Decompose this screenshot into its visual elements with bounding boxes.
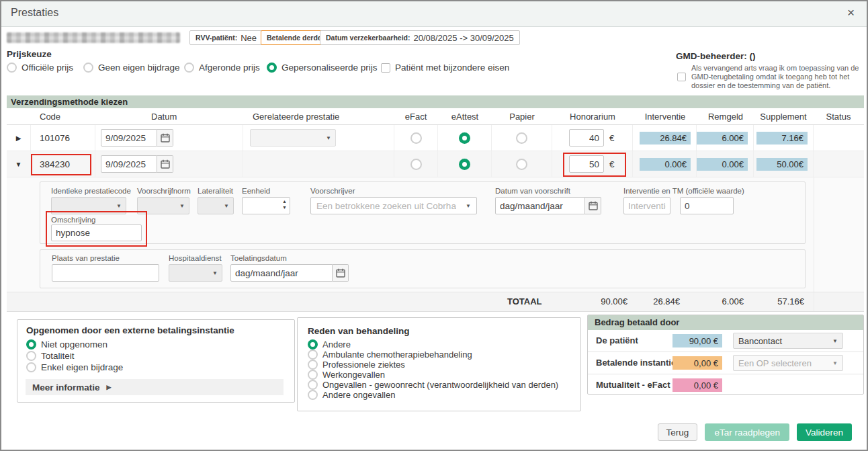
supplement-value: 50.00€: [756, 158, 808, 171]
col-papier: Papier: [509, 112, 535, 122]
reden-title: Reden van behandeling: [308, 326, 410, 336]
externe-betaling-panel: Opgenomen door een externe betalingsinst…: [17, 319, 295, 403]
remgeld-value: 0.00€: [697, 158, 748, 171]
gmd-title: GMD-beheerder: (): [676, 51, 756, 61]
radio-icon: [308, 360, 318, 370]
code-cell: 384230: [31, 151, 95, 177]
payment-method-select[interactable]: Bancontact ▼: [733, 333, 843, 349]
terug-button[interactable]: Terug: [658, 423, 698, 441]
date-input[interactable]: [101, 129, 157, 147]
code-cell: 101076: [31, 125, 95, 151]
hospitaaldienst-select[interactable]: ▼: [169, 264, 222, 282]
collapse-row-icon[interactable]: ▼: [7, 151, 31, 177]
tm-input[interactable]: [680, 197, 734, 214]
checkbox-bijzondere-eisen[interactable]: Patiënt met bijzondere eisen: [381, 63, 509, 73]
lateraliteit-label: Lateraliteit: [198, 187, 233, 195]
efact-radio[interactable]: [410, 132, 422, 144]
col-remgeld: Remgeld: [708, 112, 743, 122]
totaal-supplement: 57.16€: [777, 296, 804, 306]
radio-werkongevallen[interactable]: Werkongevallen: [308, 370, 385, 380]
etar-raadplegen-button[interactable]: eTar raadplegen: [705, 423, 789, 441]
totaal-row: TOTAAL 90.00€ 26.84€ 6.00€ 57.16€: [7, 292, 864, 312]
radio-icon: [7, 63, 17, 73]
radio-professionele-ziektes[interactable]: Professionele ziektes: [308, 360, 405, 370]
date-input[interactable]: [101, 155, 157, 173]
dialog-header: Prestaties ×: [1, 1, 867, 27]
omschrijving-input[interactable]: [51, 224, 142, 241]
mutualiteit-amount: 0,00 €: [672, 378, 722, 392]
radio-enkel-eigen-bijdrage[interactable]: Enkel eigen bijdrage: [26, 362, 123, 372]
bedrag-row-betalende-instantie: Betalende instantie 0,00 € Een OP select…: [588, 352, 863, 374]
table-row: ▶ 101076 ▼ € 26.: [7, 125, 864, 151]
totaal-label: TOTAAL: [507, 296, 542, 306]
radio-icon: [26, 351, 36, 361]
meer-informatie-toggle[interactable]: Meer informatie ▶: [26, 379, 284, 395]
table-section-title: Verzendingsmethode kiezen: [7, 95, 864, 108]
radio-andere[interactable]: Andere: [308, 339, 351, 350]
calendar-icon[interactable]: [157, 129, 173, 147]
chevron-down-icon: ▼: [832, 338, 838, 344]
calendar-icon[interactable]: [157, 155, 173, 173]
radio-afgeronde-prijs[interactable]: Afgeronde prijs: [184, 63, 260, 73]
col-status: Status: [826, 112, 851, 122]
expand-row-icon[interactable]: ▶: [7, 125, 31, 151]
gmd-checkbox[interactable]: [677, 73, 686, 81]
eattest-radio[interactable]: [459, 132, 470, 144]
radio-officiele-prijs[interactable]: Officiële prijs: [7, 63, 73, 73]
toelatingsdatum-input[interactable]: [230, 264, 333, 282]
identieke-prestatiecode-select[interactable]: ▼: [51, 197, 126, 214]
radio-icon: [83, 63, 93, 73]
radio-icon: [308, 370, 318, 380]
voorschrijfnorm-select[interactable]: ▼: [137, 197, 189, 214]
radio-ambulante-chemo[interactable]: Ambulante chemotherapiebehandeling: [308, 350, 472, 360]
radio-icon: [184, 63, 194, 73]
eattest-radio[interactable]: [459, 159, 470, 170]
calendar-icon[interactable]: [333, 264, 349, 282]
plaats-van-prestatie-label: Plaats van prestatie: [52, 254, 120, 262]
totaal-interventie: 26.84€: [653, 296, 680, 306]
expand-arrow-icon: ▶: [107, 384, 112, 391]
col-code: Code: [40, 112, 60, 122]
plaats-van-prestatie-input[interactable]: [52, 264, 159, 282]
detail-panel-2: Plaats van prestatie Hospitaaldienst ▼ T…: [40, 249, 806, 288]
radio-gepersonaliseerde-prijs[interactable]: Gepersonaliseerde prijs: [267, 63, 378, 73]
col-supplement: Supplement: [760, 112, 806, 122]
stepper-arrows-icon[interactable]: ▲ ▼: [282, 198, 287, 211]
bedrag-title: Bedrag betaald door: [588, 315, 863, 330]
op-select[interactable]: Een OP selecteren ▼: [733, 355, 843, 371]
datum-voorschrift-widget: [495, 197, 601, 214]
status-column-divider: [814, 177, 814, 292]
radio-geen-eigen-bijdrage[interactable]: Geen eigen bijdrage: [83, 63, 180, 73]
papier-radio[interactable]: [516, 159, 527, 170]
papier-radio[interactable]: [516, 132, 527, 144]
lateraliteit-select[interactable]: ▼: [198, 197, 234, 214]
gerelateerde-prestatie-select[interactable]: ▼: [250, 129, 336, 147]
interventie-tm-label: Interventie en TM (officiële waarde): [623, 187, 744, 195]
honorarium-input[interactable]: [569, 155, 604, 173]
radio-icon: [308, 380, 318, 390]
detail-panel: Identieke prestatiecode ▼ Voorschrijfnor…: [40, 181, 806, 244]
radio-totaliteit[interactable]: Totaliteit: [26, 351, 75, 361]
eenheid-stepper[interactable]: ▲ ▼: [242, 197, 290, 214]
efact-radio[interactable]: [410, 159, 422, 170]
radio-niet-opgenomen[interactable]: Niet opgenomen: [26, 339, 107, 350]
radio-ongevallen-gewoonrecht[interactable]: Ongevallen - gewoonrecht (verantwoordeli…: [308, 380, 558, 390]
totaal-remgeld: 6.00€: [722, 296, 744, 306]
honorarium-input[interactable]: [569, 129, 604, 147]
voorschrijver-combobox[interactable]: Een betrokkene zoeken uit Cobrha ▼: [310, 197, 477, 214]
eenheid-label: Eenheid: [242, 187, 270, 195]
radio-andere-ongevallen[interactable]: Andere ongevallen: [308, 390, 395, 400]
supplement-value: 7.16€: [756, 132, 808, 145]
bedrag-betaald-door-panel: Bedrag betaald door De patiënt 90,00 € B…: [587, 315, 864, 395]
datum-voorschrift-input[interactable]: [495, 197, 585, 214]
patient-amount: 90,00 €: [672, 334, 722, 347]
row-detail-area: Identieke prestatiecode ▼ Voorschrijfnor…: [7, 177, 864, 292]
calendar-icon[interactable]: [585, 197, 601, 214]
interventie-input[interactable]: [623, 197, 670, 214]
gmd-consent-text: Als vervangend arts vraag ik om toepassi…: [691, 64, 864, 90]
patient-name-redacted: [7, 32, 180, 43]
close-icon[interactable]: ×: [847, 5, 855, 20]
valideren-button[interactable]: Valideren: [797, 423, 852, 441]
toelatingsdatum-widget: [230, 264, 349, 282]
radio-icon: [308, 390, 318, 400]
